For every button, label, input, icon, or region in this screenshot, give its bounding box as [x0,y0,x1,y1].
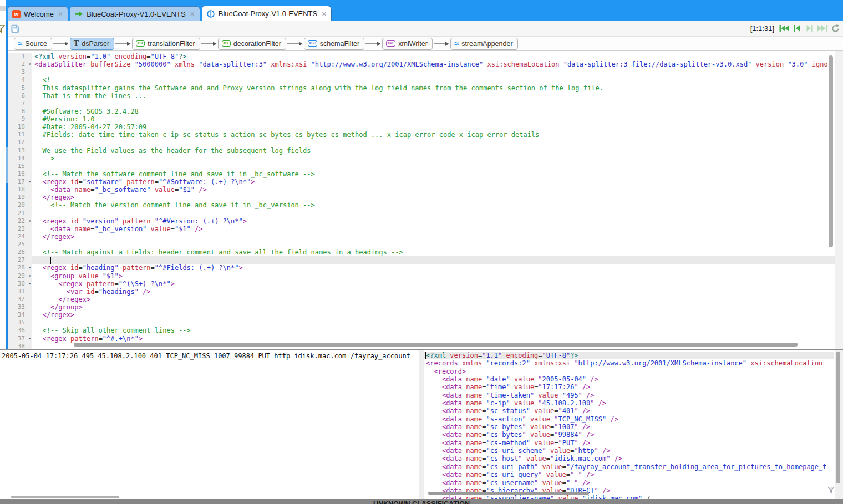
fold-toggle-icon[interactable]: ▾ [28,217,31,225]
line-number: 38 [8,343,32,349]
fold-toggle-icon[interactable]: ▾ [28,335,31,343]
output-line: <data name="c-ip" value="45.108.2.100" /… [424,399,834,407]
code-line: 19 </regex> [8,194,835,201]
code-line: 13 We use the Field values as the header… [8,147,835,155]
code-line: 26 <!-- Match against a Fields: header c… [8,248,835,256]
line-number: 36 [8,327,32,334]
output-filter-icon[interactable] [827,486,835,494]
code-line: 24 </regex> [8,233,835,241]
pipeline-toolbar: [1:1:31] [8,21,843,37]
line-number: 19 [8,194,32,201]
line-number: 3 [8,68,32,76]
fold-toggle-icon[interactable]: ▾ [28,264,31,272]
line-number: 32 [8,296,32,303]
line-number: 30▾ [8,280,32,288]
output-data-pane[interactable]: <?xml version="1.1" encoding="UTF-8"?><r… [424,350,834,499]
output-line: <data name="time-taken" value="495" /> [424,391,834,399]
explorer-panel-top [0,6,6,11]
code-line: 12 [8,139,835,146]
output-line: <data name="date" value="2005-05-04" /> [424,375,834,383]
line-number: 11 [8,131,32,139]
line-number: 25 [8,241,32,248]
pipeline-element-label: dsParser [82,40,109,48]
source-pane-scroll-track[interactable] [419,350,424,499]
data-splitter-editor[interactable]: 1<?xml version="1.0" encoding="UTF-8"?>2… [8,51,835,349]
xsd-icon: XSD [308,40,317,47]
pipeline-element-label: decorationFilter [233,40,281,48]
step-forward-button[interactable] [804,23,815,33]
line-number: 15 [8,162,32,170]
save-icon[interactable] [10,24,20,34]
pipeline-element-xmlWriter[interactable]: XMLxmlWriter [382,38,433,50]
editor-lines: 1<?xml version="1.0" encoding="UTF-8"?>2… [8,51,835,349]
code-line: 22▾ <regex id="version" pattern="^#Versi… [8,217,835,225]
xsl-icon: XSL [222,40,231,47]
pipeline-element-label: xmlWriter [398,40,428,48]
editor-horizontal-scrollbar[interactable] [74,343,798,347]
line-number: 13 [8,147,32,155]
tab-close-icon[interactable]: × [190,11,195,17]
line-number: 4 [8,76,32,84]
line-number: 22▾ [8,217,32,225]
refresh-button[interactable] [830,23,841,33]
editor-vertical-scrollbar[interactable] [829,55,833,247]
pipeline-element-dsParser[interactable]: TdsParser [70,38,114,50]
output-line: <?xml version="1.1" encoding="UTF-8"?> [424,352,834,359]
pipeline-arrow-icon [365,41,381,47]
output-line: <data name="cs-method" value="PUT" /> [424,439,834,447]
explorer-filter-icon[interactable] [0,24,5,33]
code-line: 4 <!-- [8,76,835,84]
pipeline-element-streamAppender[interactable]: ≈streamAppender [450,38,518,50]
pipeline-element-Source[interactable]: ≈Source [14,38,52,50]
line-number: 17▾ [8,178,32,186]
classification-banner: UNKNOWN CLASSIFICATION [0,499,843,504]
code-line: 2▾<dataSplitter bufferSize="5000000" xml… [8,60,835,68]
pipeline-element-label: streamAppender [461,40,512,48]
code-line: 11 #Fields: date time time-taken c-ip sc… [8,131,835,139]
code-line: 28▾ <regex id="heading" pattern="^#Field… [8,264,835,272]
output-line: <data name="sc-status" value="401" /> [424,407,834,415]
stream-icon: ≈ [454,41,459,47]
code-line: 32 </regex> [8,296,835,303]
output-line: <data name="sc-bytes" value="1007" /> [424,423,834,431]
line-number: 20 [8,201,32,209]
source-data-pane[interactable]: 2005-05-04 17:17:26 495 45.108.2.100 401… [0,350,418,499]
pipeline-element-schemaFilter[interactable]: XSDschemaFilter [304,38,364,50]
source-horizontal-scrollbar[interactable] [11,496,119,498]
code-line: 18 <data name="_bc_software" value="$1" … [8,186,835,194]
stroom-app-window: ∞Welcome×BlueCoat-Proxy-V1.0-EVENTS×Blue… [0,0,843,504]
step-last-button[interactable] [817,23,828,33]
fold-toggle-icon[interactable]: ▾ [28,272,31,280]
output-line: <record> [424,368,834,375]
stepping-controls: [1:1:31] [750,23,841,33]
pipeline-arrow-icon [287,41,303,47]
fold-toggle-icon[interactable]: ▾ [28,280,31,288]
pipeline-element-translationFilter[interactable]: XSLtranslationFilter [132,38,200,50]
output-line: <data name="cs-uri-path" value="/fayray_… [424,463,834,471]
step-first-button[interactable] [779,23,790,33]
output-horizontal-scrollbar[interactable] [428,492,589,495]
line-number: 28▾ [8,264,32,272]
fold-toggle-icon[interactable]: ▾ [28,178,31,186]
tab-close-icon[interactable]: × [58,11,63,17]
step-back-button[interactable] [791,23,803,33]
pipeline-element-label: Source [25,40,47,48]
tab-bluecoat-proxy-v1-0-events-2[interactable]: BlueCoat-Proxy-V1.0-EVENTS× [202,6,332,21]
output-line: <data name="time" value="17:17:26" /> [424,383,834,391]
line-number: 29▾ [8,272,32,280]
code-line: 33 </group> [8,303,835,311]
output-vertical-scrollbar[interactable] [836,352,840,483]
pipeline-element-decorationFilter[interactable]: XSLdecorationFilter [218,38,286,50]
code-line: 20 <!-- Match the version comment line a… [8,201,835,209]
tab-welcome-0[interactable]: ∞Welcome× [8,6,68,21]
pipeline-arrow-icon [434,41,449,47]
stepping-position-label: [1:1:31] [750,24,774,33]
tab-close-icon[interactable]: × [322,11,326,17]
output-line: <data name="cs-uri-query" value="-" /> [424,471,834,478]
stroom-icon: ∞ [12,10,21,18]
fold-toggle-icon[interactable]: ▾ [28,60,31,68]
tab-bluecoat-proxy-v1-0-events-1[interactable]: BlueCoat-Proxy-V1.0-EVENTS× [70,6,200,21]
line-number: 18 [8,186,32,194]
feed-icon [74,9,83,18]
line-number: 24 [8,233,32,241]
